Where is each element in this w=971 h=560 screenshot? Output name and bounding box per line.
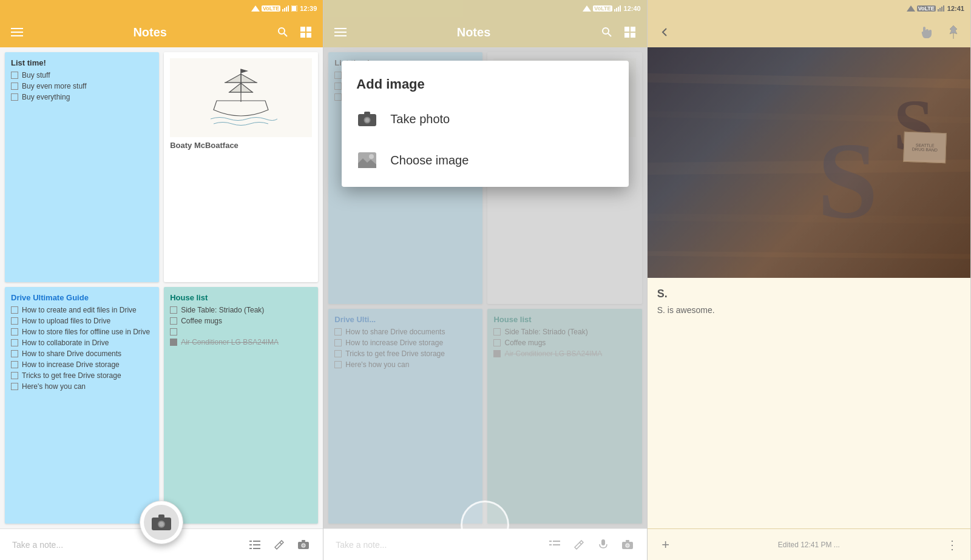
notes-content-1: List time! Buy stuff Buy even more stuff… — [0, 47, 323, 528]
toolbar-3 — [648, 17, 970, 47]
ship-note-label: Boaty McBoatface — [170, 137, 312, 151]
add-icon-3[interactable]: + — [657, 536, 674, 553]
note-item-tricks: Tricks to get free Drive storage — [11, 371, 153, 380]
checkbox-increase[interactable] — [11, 361, 18, 368]
grid-icon-1[interactable] — [297, 24, 314, 41]
hand-icon-3[interactable] — [918, 24, 935, 41]
checkbox-buy-stuff[interactable] — [11, 72, 18, 79]
toolbar-1: Notes — [0, 17, 323, 47]
camera-icon-modal — [356, 108, 378, 130]
more-icon-3[interactable]: ⋮ — [944, 536, 961, 553]
svg-rect-37 — [616, 8, 617, 12]
take-note-input-2: Take a note... — [336, 540, 547, 550]
checkbox-buy-more[interactable] — [11, 83, 18, 90]
photo-note-area: S SEATTLEDRUG BAND S S. S. is awesome. — [648, 47, 970, 528]
pencil-icon-2 — [572, 538, 586, 552]
take-note-input-1[interactable]: Take a note... — [12, 540, 248, 550]
checkbox-sidetable[interactable] — [170, 306, 177, 314]
menu-icon-2[interactable] — [332, 24, 349, 41]
time-2: 12:40 — [624, 5, 641, 12]
svg-rect-45 — [624, 27, 629, 32]
modal-title: Add image — [342, 67, 628, 98]
choose-image-item[interactable]: Choose image — [342, 140, 628, 181]
checkbox-collaborate[interactable] — [11, 339, 18, 346]
note-item-sidetable: Side Table: Striado (Teak) — [170, 306, 312, 314]
svg-rect-25 — [253, 548, 260, 549]
note-drive-guide[interactable]: Drive Ultimate Guide How to create and e… — [5, 287, 159, 524]
checkbox-tricks[interactable] — [11, 372, 18, 379]
more-label-3: ⋮ — [946, 538, 958, 552]
checkbox-create[interactable] — [11, 306, 18, 314]
svg-rect-15 — [306, 33, 311, 38]
svg-rect-34 — [158, 514, 164, 518]
svg-rect-55 — [549, 544, 552, 545]
svg-rect-3 — [286, 7, 287, 12]
bottom-icons-1 — [248, 538, 311, 552]
note-list-time-title: List time! — [11, 58, 153, 67]
svg-line-26 — [280, 542, 282, 544]
note-house-list[interactable]: House list Side Table: Striado (Teak) Co… — [164, 287, 318, 524]
volte-label: VoLTE — [262, 5, 280, 12]
svg-rect-73 — [939, 8, 941, 12]
take-photo-item[interactable]: Take photo — [342, 98, 628, 140]
photo-note-title: S. — [657, 288, 961, 300]
svg-rect-23 — [253, 544, 260, 545]
svg-rect-39 — [620, 5, 621, 12]
status-icons-1: VoLTE — [251, 5, 297, 12]
time-3: 12:41 — [947, 5, 964, 12]
note-ship-image[interactable]: Boaty McBoatface — [164, 52, 318, 282]
search-icon-1[interactable] — [274, 24, 291, 41]
grid-icon-2[interactable] — [621, 24, 638, 41]
photo-note-body: S. is awesome. — [657, 305, 961, 315]
status-bar-3: VoLTE 12:41 — [648, 0, 970, 17]
checkbox-empty[interactable] — [170, 328, 177, 336]
status-icons-2: VoLTE — [583, 5, 621, 12]
note-drive-guide-title: Drive Ultimate Guide — [11, 293, 153, 302]
toolbar-title-2: Notes — [355, 25, 592, 39]
checkbox-store[interactable] — [11, 328, 18, 336]
svg-rect-7 — [11, 28, 23, 29]
pin-icon-3[interactable] — [945, 24, 962, 41]
svg-point-67 — [365, 118, 370, 123]
svg-text:S: S — [817, 120, 878, 241]
svg-point-63 — [626, 544, 629, 547]
camera-icon-1[interactable] — [296, 538, 311, 552]
toolbar-2: Notes — [323, 17, 646, 47]
menu-icon-1[interactable] — [8, 24, 25, 41]
svg-rect-75 — [943, 5, 944, 12]
note-item-buy-stuff: Buy stuff — [11, 71, 153, 79]
note-list-time[interactable]: List time! Buy stuff Buy even more stuff… — [5, 52, 159, 282]
svg-rect-30 — [302, 540, 305, 542]
photo-note-text-area: S. S. is awesome. — [648, 278, 970, 528]
checkbox-coffee-mugs[interactable] — [170, 317, 177, 325]
svg-rect-42 — [334, 35, 347, 36]
back-icon-3[interactable] — [656, 24, 673, 41]
svg-marker-71 — [907, 5, 915, 12]
search-icon-2[interactable] — [598, 24, 615, 41]
checkbox-upload[interactable] — [11, 317, 18, 325]
checkbox-share[interactable] — [11, 350, 18, 357]
checkbox-heres[interactable] — [11, 383, 18, 390]
svg-rect-38 — [618, 7, 619, 12]
checkbox-aircon[interactable] — [170, 339, 177, 346]
list-icon-1[interactable] — [248, 538, 262, 552]
svg-rect-12 — [300, 27, 305, 32]
svg-rect-1 — [282, 9, 283, 12]
svg-line-44 — [608, 33, 611, 36]
add-image-modal: Add image Take photo Choose image — [342, 61, 628, 187]
svg-rect-54 — [553, 541, 560, 542]
camera-fab-1[interactable] — [140, 501, 183, 544]
checkbox-buy-everything[interactable] — [11, 93, 18, 101]
bottom-bar-3: + Edited 12:41 PM ... ⋮ — [648, 528, 970, 560]
svg-point-70 — [369, 154, 374, 159]
volte-label-3: VoLTE — [917, 5, 936, 12]
svg-rect-58 — [601, 539, 605, 545]
svg-rect-22 — [249, 544, 252, 545]
note-item-coffee-mugs: Coffee mugs — [170, 317, 312, 325]
svg-rect-9 — [11, 35, 23, 36]
phone-3: VoLTE 12:41 S SEATTLEDRUG BAND — [648, 0, 971, 560]
svg-marker-35 — [583, 5, 591, 12]
svg-rect-20 — [249, 541, 252, 542]
svg-point-43 — [603, 28, 609, 34]
pencil-icon-1[interactable] — [272, 538, 286, 552]
